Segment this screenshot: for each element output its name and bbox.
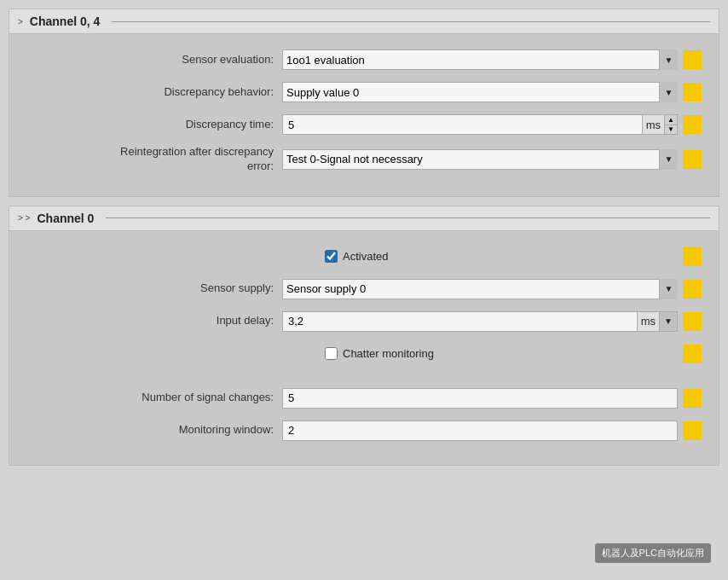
- signal-changes-label: Number of signal changes:: [26, 391, 282, 405]
- chatter-monitoring-label: Chatter monitoring: [343, 347, 434, 360]
- chatter-monitoring-row: Chatter monitoring: [26, 342, 702, 366]
- sensor-supply-yellow-indicator: [683, 280, 702, 299]
- section-body-channel-0: Activated Sensor supply: Sensor supply 0…: [9, 231, 719, 465]
- sensor-evaluation-control: 1oo1 evaluation 1oo2 evaluation 2oo2 eva…: [282, 49, 702, 70]
- reintegration-row: Reintegration after discrepancyerror: Te…: [26, 145, 702, 174]
- discrepancy-behavior-select[interactable]: Supply value 0 Supply value 1 Hold last …: [282, 82, 678, 102]
- discrepancy-behavior-yellow-indicator: [683, 83, 702, 102]
- sensor-evaluation-label: Sensor evaluation:: [26, 53, 282, 67]
- activated-label: Activated: [343, 250, 388, 263]
- input-delay-input[interactable]: [282, 311, 637, 332]
- monitoring-window-row: Monitoring window:: [26, 419, 702, 443]
- discrepancy-time-input[interactable]: [282, 114, 642, 135]
- signal-changes-row: Number of signal changes:: [26, 386, 702, 410]
- input-delay-yellow-indicator: [683, 312, 702, 331]
- section-title-channel-0: Channel 0: [37, 212, 94, 225]
- discrepancy-time-unit-label: ms: [642, 114, 664, 135]
- sensor-evaluation-yellow-indicator: [683, 50, 702, 69]
- section-divider-2: [106, 218, 710, 218]
- discrepancy-time-spinner: ▲ ▼: [664, 114, 678, 135]
- signal-changes-yellow-indicator: [683, 389, 702, 408]
- discrepancy-behavior-row: Discrepancy behavior: Supply value 0 Sup…: [26, 80, 702, 104]
- section-channel-0-4: > Channel 0, 4 Sensor evaluation: 1oo1 e…: [9, 9, 719, 197]
- discrepancy-time-input-wrap: ms ▲ ▼: [282, 114, 678, 135]
- input-delay-dropdown-arrow-icon[interactable]: ▼: [659, 311, 678, 332]
- section-body-channel-0-4: Sensor evaluation: 1oo1 evaluation 1oo2 …: [9, 34, 719, 196]
- sensor-evaluation-select-wrap: 1oo1 evaluation 1oo2 evaluation 2oo2 eva…: [282, 49, 678, 70]
- activated-checkbox[interactable]: [325, 250, 338, 263]
- section-channel-0: > > Channel 0 Activated Sensor supply: S…: [9, 206, 719, 466]
- input-delay-input-wrap: ms ▼: [282, 311, 678, 332]
- sensor-supply-control: Sensor supply 0 Sensor supply 1 ▼: [282, 279, 702, 299]
- sensor-supply-row: Sensor supply: Sensor supply 0 Sensor su…: [26, 277, 702, 301]
- discrepancy-behavior-label: Discrepancy behavior:: [26, 85, 282, 100]
- sensor-supply-label: Sensor supply:: [26, 281, 282, 296]
- section-divider: [112, 21, 710, 22]
- monitoring-window-yellow-indicator: [683, 421, 702, 440]
- discrepancy-time-control: ms ▲ ▼: [282, 114, 702, 135]
- discrepancy-time-down-button[interactable]: ▼: [665, 125, 677, 135]
- monitoring-window-control: [282, 420, 702, 441]
- discrepancy-time-row: Discrepancy time: ms ▲ ▼: [26, 113, 702, 136]
- chatter-monitoring-checkbox[interactable]: [325, 347, 338, 360]
- chatter-monitoring-yellow-indicator: [683, 345, 702, 363]
- section-arrow-icon: >: [18, 17, 23, 26]
- reintegration-control: Test 0-Signal not necessary Test 0-Signa…: [282, 149, 702, 170]
- signal-changes-input[interactable]: [282, 388, 678, 409]
- input-delay-label: Input delay:: [26, 314, 282, 328]
- input-delay-row: Input delay: ms ▼: [26, 310, 702, 334]
- discrepancy-behavior-select-wrap: Supply value 0 Supply value 1 Hold last …: [282, 82, 678, 102]
- discrepancy-time-label: Discrepancy time:: [26, 118, 282, 132]
- reintegration-yellow-indicator: [683, 150, 702, 169]
- section-header-channel-0[interactable]: > > Channel 0: [9, 206, 719, 231]
- sensor-evaluation-select[interactable]: 1oo1 evaluation 1oo2 evaluation 2oo2 eva…: [282, 49, 678, 70]
- activated-yellow-indicator: [683, 247, 702, 266]
- signal-changes-control: [282, 388, 702, 409]
- reintegration-select-wrap: Test 0-Signal not necessary Test 0-Signa…: [282, 149, 678, 170]
- sensor-evaluation-row: Sensor evaluation: 1oo1 evaluation 1oo2 …: [26, 48, 702, 72]
- monitoring-window-label: Monitoring window:: [26, 423, 282, 438]
- monitoring-window-input[interactable]: [282, 420, 678, 441]
- section-title-channel-0-4: Channel 0, 4: [30, 14, 100, 28]
- input-delay-unit-label: ms: [637, 311, 659, 332]
- activated-row: Activated: [26, 245, 702, 269]
- sensor-supply-select[interactable]: Sensor supply 0 Sensor supply 1: [282, 279, 678, 299]
- sensor-supply-select-wrap: Sensor supply 0 Sensor supply 1 ▼: [282, 279, 678, 299]
- section-arrows-icon: > >: [18, 213, 30, 223]
- section-header-channel-0-4[interactable]: > Channel 0, 4: [9, 9, 719, 34]
- reintegration-select[interactable]: Test 0-Signal not necessary Test 0-Signa…: [282, 149, 678, 170]
- discrepancy-time-up-button[interactable]: ▲: [665, 115, 677, 125]
- input-delay-control: ms ▼: [282, 311, 702, 332]
- discrepancy-time-yellow-indicator: [683, 115, 702, 134]
- watermark-label: 机器人及PLC自动化应用: [595, 543, 711, 563]
- reintegration-label: Reintegration after discrepancyerror:: [26, 145, 282, 174]
- discrepancy-behavior-control: Supply value 0 Supply value 1 Hold last …: [282, 82, 702, 102]
